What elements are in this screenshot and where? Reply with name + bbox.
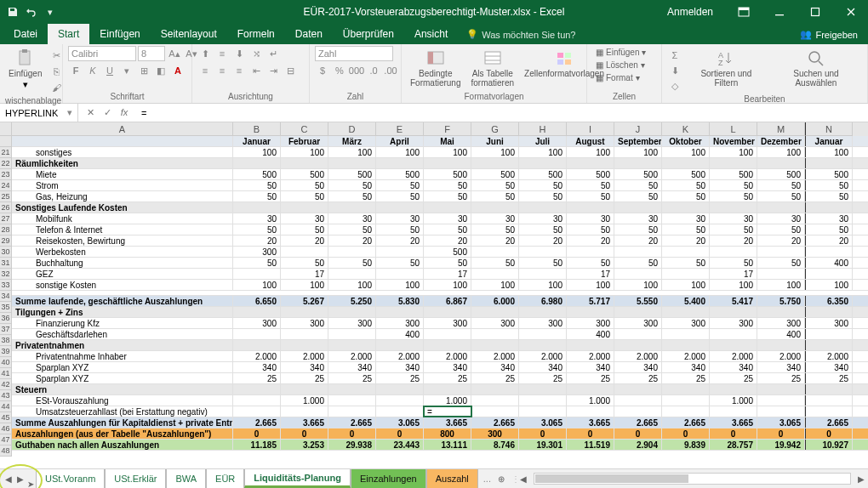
cell[interactable]: 500 xyxy=(662,169,710,179)
cell[interactable]: 2.000 xyxy=(519,351,567,361)
cell[interactable] xyxy=(614,269,662,279)
close-icon[interactable] xyxy=(834,0,868,24)
cell[interactable] xyxy=(233,269,281,279)
cell[interactable]: 300 xyxy=(757,318,805,328)
cell[interactable]: 100 xyxy=(567,147,614,157)
cell[interactable]: 25 xyxy=(757,373,805,383)
select-all-corner[interactable] xyxy=(0,122,12,136)
cell[interactable] xyxy=(805,384,853,394)
cell[interactable]: 2.665 xyxy=(328,417,376,428)
cell[interactable]: 50 xyxy=(376,191,424,201)
cell[interactable]: September xyxy=(614,136,662,146)
align-bot-icon[interactable]: ⬇ xyxy=(231,46,247,61)
cell[interactable]: 2.000 xyxy=(281,351,328,361)
cell[interactable]: 25 xyxy=(471,373,519,383)
cell[interactable]: 20 xyxy=(424,235,471,246)
cell[interactable] xyxy=(233,158,281,168)
sheet-tab[interactable]: Liquiditäts-Planung xyxy=(244,469,351,488)
cell[interactable] xyxy=(424,329,471,339)
cell[interactable]: 500 xyxy=(614,169,662,179)
table-row[interactable]: Privatentnahmen xyxy=(12,340,868,351)
col-header-E[interactable]: E xyxy=(376,122,424,136)
cell[interactable]: 100 xyxy=(614,147,662,157)
cell[interactable]: 50 xyxy=(757,191,805,201)
cell[interactable] xyxy=(471,158,519,168)
cell[interactable]: 50 xyxy=(710,180,757,190)
cell[interactable] xyxy=(328,307,376,317)
cell[interactable]: 20 xyxy=(233,235,281,246)
bold-button[interactable]: F xyxy=(68,63,83,78)
tab-review[interactable]: Überprüfen xyxy=(333,24,404,44)
tab-file[interactable]: Datei xyxy=(3,24,48,44)
cell[interactable] xyxy=(757,395,805,406)
cell[interactable] xyxy=(424,384,471,394)
table-row[interactable]: ESt-Vorauszahlung1.0001.0001.0001.000 xyxy=(12,395,868,406)
save-icon[interactable] xyxy=(5,4,20,20)
cell[interactable]: 2.904 xyxy=(614,440,662,450)
cell[interactable] xyxy=(519,406,567,417)
cell[interactable]: 50 xyxy=(281,191,328,201)
formula-input[interactable] xyxy=(136,104,868,122)
cell[interactable]: 340 xyxy=(567,362,614,372)
cell[interactable] xyxy=(662,406,710,417)
cell[interactable]: 0 xyxy=(805,428,853,439)
cell[interactable]: 2.000 xyxy=(614,351,662,361)
cell[interactable]: 20 xyxy=(471,235,519,246)
cell[interactable]: 300 xyxy=(519,318,567,328)
cell[interactable] xyxy=(805,329,853,339)
cell[interactable] xyxy=(614,340,662,350)
cell[interactable] xyxy=(376,307,424,317)
cell[interactable]: 100 xyxy=(376,280,424,290)
cell[interactable] xyxy=(471,406,519,417)
cell[interactable] xyxy=(519,269,567,279)
cell[interactable] xyxy=(567,340,614,350)
cell[interactable]: 50 xyxy=(567,191,614,201)
cell[interactable]: 13.111 xyxy=(424,440,471,450)
cell[interactable]: 300 xyxy=(614,318,662,328)
row-header[interactable]: 36 xyxy=(0,313,12,324)
cell[interactable]: 50 xyxy=(328,180,376,190)
cell[interactable] xyxy=(614,406,662,417)
cell[interactable]: 30 xyxy=(614,213,662,224)
cell[interactable] xyxy=(614,384,662,394)
tab-formulas[interactable]: Formeln xyxy=(227,24,285,44)
table-row[interactable]: Buchhaltung505050505050505050505050400 xyxy=(12,258,868,269)
tab-view[interactable]: Ansicht xyxy=(404,24,458,44)
cell[interactable] xyxy=(567,247,614,257)
cell[interactable]: 50 xyxy=(233,180,281,190)
align-mid-icon[interactable]: ≡ xyxy=(214,46,230,61)
cell[interactable]: 11.185 xyxy=(233,440,281,450)
cell[interactable]: 100 xyxy=(805,280,853,290)
cell[interactable]: 300 xyxy=(471,428,519,439)
cells-area[interactable]: JanuarFebruarMärzAprilMaiJuniJuliAugustS… xyxy=(12,136,868,451)
fill-icon[interactable]: ⬇ xyxy=(667,63,682,78)
cell[interactable] xyxy=(805,406,853,417)
cell[interactable]: 2.000 xyxy=(567,351,614,361)
cell[interactable] xyxy=(757,384,805,394)
row-header[interactable] xyxy=(0,136,12,147)
cell[interactable]: 50 xyxy=(614,224,662,235)
cell[interactable]: 0 xyxy=(281,428,328,439)
cell[interactable]: 2.000 xyxy=(710,351,757,361)
merge-icon[interactable]: ⊟ xyxy=(283,63,298,78)
cell[interactable]: 20 xyxy=(519,235,567,246)
cell[interactable]: 1.000 xyxy=(281,395,328,406)
minimize-icon[interactable] xyxy=(762,0,797,24)
cell[interactable]: 50 xyxy=(519,258,567,268)
table-row[interactable]: Räumlichkeiten xyxy=(12,158,868,169)
cell[interactable]: 0 xyxy=(710,428,757,439)
cell[interactable]: 50 xyxy=(376,180,424,190)
tab-layout[interactable]: Seitenlayout xyxy=(151,24,227,44)
tab-data[interactable]: Daten xyxy=(285,24,333,44)
fx-icon[interactable]: fx xyxy=(117,107,131,118)
cell[interactable]: 100 xyxy=(710,147,757,157)
cell[interactable] xyxy=(376,158,424,168)
cell[interactable] xyxy=(281,340,328,350)
cell[interactable] xyxy=(328,269,376,279)
cell[interactable]: 25 xyxy=(614,373,662,383)
cell[interactable]: 300 xyxy=(471,318,519,328)
cell[interactable] xyxy=(757,202,805,213)
cell[interactable]: 50 xyxy=(281,258,328,268)
cell[interactable] xyxy=(757,307,805,317)
cell[interactable]: 8.746 xyxy=(471,440,519,450)
